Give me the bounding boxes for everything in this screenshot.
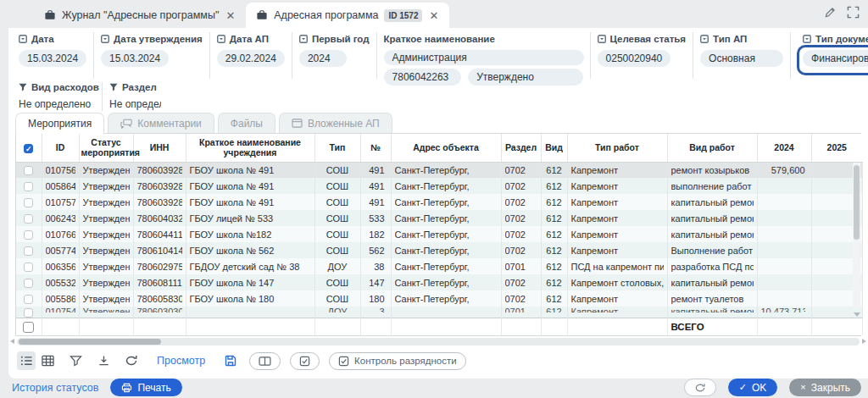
field-label: Краткое наименование — [384, 34, 495, 44]
refresh-icon[interactable] — [122, 351, 141, 370]
col-type[interactable]: Тип — [314, 134, 360, 162]
col-addr[interactable]: Адрес объекта — [391, 134, 501, 162]
table-row[interactable]: 005586 Утверждено 7806058305 ГБОУ школа … — [16, 290, 862, 307]
dropdown-icon[interactable] — [101, 35, 109, 43]
col-num[interactable]: № — [360, 134, 391, 162]
status-input[interactable]: Утверждено — [468, 69, 582, 86]
row-checkbox[interactable] — [24, 214, 33, 224]
edit-pencil-icon[interactable] — [824, 6, 837, 19]
ok-label: OK — [752, 382, 766, 394]
vertical-scrollbar-thumb[interactable] — [854, 165, 860, 240]
close-button[interactable]: × Закрыть — [789, 379, 861, 396]
preview-link[interactable]: Просмотр — [157, 355, 205, 367]
ap-type-input[interactable]: Основная — [700, 50, 783, 67]
row-checkbox[interactable] — [24, 246, 33, 256]
row-checkbox[interactable] — [24, 295, 33, 304]
horizontal-scrollbar[interactable] — [17, 338, 860, 345]
table-row[interactable]: 010766 Утверждено 7806044119 ГБОУ школа … — [16, 226, 862, 242]
dropdown-icon[interactable] — [217, 35, 225, 43]
row-checkbox[interactable] — [24, 198, 33, 207]
tab-files[interactable]: Файлы — [218, 113, 275, 133]
cell-addr: Санкт-Петербург, — [395, 278, 498, 288]
row-checkbox[interactable] — [24, 182, 33, 191]
tab-journal[interactable]: Журнал "Адресные программы" ✕ — [34, 3, 246, 28]
table-row[interactable]: 010756 Утверждено 7806039285 ГБОУ школа … — [16, 162, 862, 178]
tab-comments[interactable]: Комментарии — [108, 113, 214, 133]
grid-view-icon[interactable] — [38, 351, 57, 370]
table-row[interactable]: 006243 Утверждено 7806040322 ГБОУ лицей … — [16, 210, 862, 226]
checkbox-toggle[interactable] — [290, 352, 320, 370]
scroll-left-arrow-icon[interactable] — [10, 339, 14, 344]
expand-fullscreen-icon[interactable] — [847, 6, 860, 19]
dropdown-icon[interactable] — [598, 35, 606, 43]
dropdown-icon[interactable] — [19, 35, 27, 43]
table-row[interactable]: 005532 Утверждено 7806081110 ГБОУ школа … — [16, 274, 862, 290]
row-checkbox[interactable] — [24, 166, 33, 175]
select-all-checkbox[interactable]: ✓ — [24, 144, 33, 153]
table-row[interactable]: 006356 Утверждено 7806029752 ГБДОУ детск… — [16, 258, 862, 274]
save-export-icon[interactable] — [221, 351, 240, 370]
filter-funnel-icon[interactable] — [19, 83, 27, 91]
scroll-right-arrow-icon[interactable] — [862, 339, 866, 344]
tab-nested-ap[interactable]: Вложенные АП — [279, 113, 392, 133]
first-year-input[interactable]: 2024 — [299, 50, 347, 67]
date-input[interactable]: 15.03.2024 — [19, 50, 86, 67]
filter-value[interactable]: Не определено — [109, 98, 161, 110]
horizontal-scrollbar-thumb[interactable] — [19, 339, 161, 345]
cell-addr — [395, 307, 498, 312]
row-checkbox[interactable] — [24, 279, 33, 288]
target-article-input[interactable]: 0250020940 — [598, 50, 671, 67]
inn-input[interactable]: 7806042263 — [384, 69, 462, 86]
col-inn[interactable]: ИНН — [133, 134, 186, 162]
col-work-kind[interactable]: Вид работ — [667, 134, 757, 162]
col-name[interactable]: Краткое наименование учреждения — [186, 134, 314, 162]
cell-kind: 612 — [545, 197, 564, 207]
table-row[interactable]: 005864 Утверждено 7806039285 ГБОУ школа … — [16, 178, 862, 194]
col-2024[interactable]: 2024 — [757, 134, 811, 162]
col-id[interactable]: ID — [42, 134, 79, 162]
row-checkbox[interactable] — [24, 230, 33, 240]
col-sect[interactable]: Раздел — [501, 134, 541, 162]
filter-value[interactable]: Не определено — [19, 98, 95, 110]
download-icon[interactable] — [94, 351, 113, 370]
col-2025[interactable]: 2025 — [811, 134, 862, 162]
dropdown-icon[interactable] — [700, 35, 709, 43]
ap-date-input[interactable]: 29.02.2024 — [217, 50, 285, 67]
row-checkbox[interactable] — [24, 308, 33, 318]
comments-icon — [120, 119, 132, 129]
filter-funnel-icon[interactable] — [109, 83, 118, 91]
scroll-down-arrow-icon[interactable] — [854, 312, 860, 317]
col-status[interactable]: Статус мероприятия — [79, 134, 133, 162]
cell-inn: 7806030300 — [137, 307, 182, 312]
ok-button[interactable]: ✓ OK — [728, 379, 778, 396]
short-name-input[interactable]: Администрация — [384, 50, 584, 65]
field-label: Тип документа — [815, 34, 868, 44]
refresh-button[interactable] — [684, 379, 716, 396]
cell-id: 005586 — [46, 294, 75, 304]
tab-program[interactable]: Адресная программа ID 1572 ✕ — [246, 3, 449, 28]
total-row-checkbox[interactable] — [23, 322, 34, 333]
tab-events[interactable]: Мероприятия — [15, 113, 104, 134]
dropdown-icon[interactable] — [803, 35, 811, 43]
field-date: Дата 15.03.2024 — [12, 32, 93, 79]
cell-work-kind: капитальный ремонт зд — [671, 229, 754, 240]
row-checkbox[interactable] — [24, 263, 33, 272]
col-work-type[interactable]: Тип работ — [567, 134, 667, 162]
table-row[interactable]: 005774 Утверждено 7806104142 ГБОУ школа … — [16, 242, 862, 258]
close-icon[interactable]: ✕ — [428, 10, 439, 21]
digit-control-toggle[interactable]: Контроль разрядности — [329, 352, 465, 370]
split-view-toggle[interactable] — [249, 352, 281, 370]
close-icon[interactable]: ✕ — [225, 10, 236, 21]
col-kind[interactable]: Вид — [541, 134, 567, 162]
vertical-scrollbar[interactable] — [853, 163, 860, 309]
dropdown-icon[interactable] — [299, 35, 308, 43]
filter-icon[interactable] — [66, 351, 85, 370]
print-button[interactable]: Печать — [110, 379, 181, 396]
approve-date-input[interactable]: 15.03.2024 — [101, 50, 169, 67]
list-view-icon[interactable] — [17, 351, 36, 370]
doc-type-input[interactable]: Финансирование — [803, 50, 868, 67]
status-history-link[interactable]: История статусов — [12, 382, 98, 394]
table-row[interactable]: 010757 Утверждено 7806039285 ГБОУ школа … — [16, 194, 862, 210]
table-row[interactable]: 010754 Утверждено 7806030300 ДОУ 3 0701 … — [16, 307, 862, 318]
cell-type: СОШ — [319, 197, 357, 207]
